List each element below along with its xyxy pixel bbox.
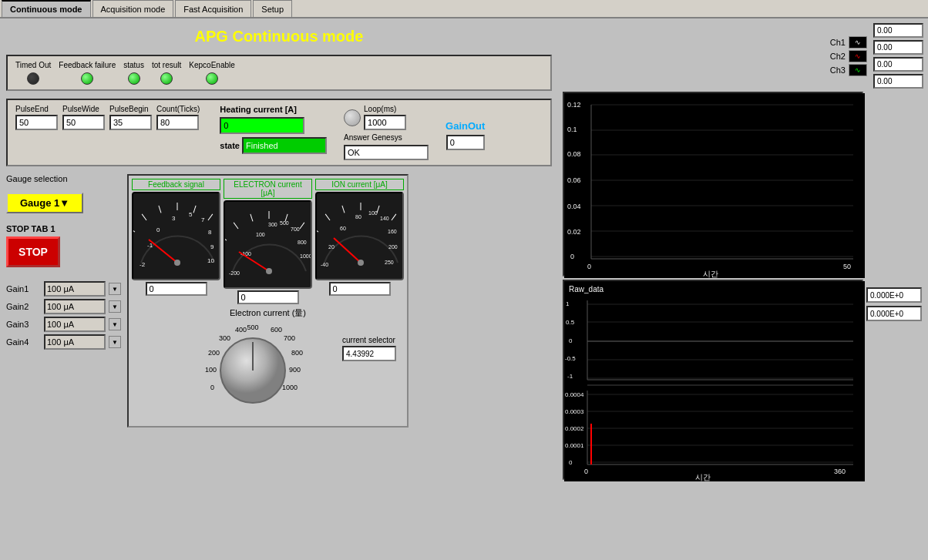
svg-text:1000: 1000 [282, 384, 298, 391]
led-timed-out [27, 72, 39, 85]
tab-fast-acquisition[interactable]: Fast Acquisition [175, 0, 251, 17]
pulse-begin-input[interactable] [109, 115, 152, 130]
gain4-row: Gain4 ▼ [6, 334, 121, 350]
current-selector: current selector [342, 336, 396, 361]
svg-text:0: 0 [569, 337, 573, 344]
current-selector-input[interactable] [342, 346, 396, 361]
state-group: state [220, 137, 327, 154]
svg-text:10: 10 [207, 257, 214, 264]
status-timed-out: Timed Out [15, 61, 51, 85]
svg-text:0.04: 0.04 [567, 203, 581, 210]
svg-text:0.0001: 0.0001 [565, 442, 584, 449]
count-ticks-input[interactable] [156, 115, 199, 130]
right-val-1[interactable] [873, 23, 923, 38]
gain3-input[interactable] [44, 317, 106, 332]
svg-text:1: 1 [566, 300, 570, 307]
pulse-end-input[interactable] [15, 115, 58, 130]
loop-knob[interactable] [344, 109, 361, 126]
feedback-value[interactable] [146, 282, 207, 296]
tab-bar: Continuous mode Acquisition mode Fast Ac… [0, 0, 928, 18]
svg-text:1000: 1000 [300, 253, 312, 259]
right-val-2[interactable] [873, 40, 923, 55]
svg-text:7: 7 [201, 216, 205, 223]
heating-group: Heating current [A] [220, 105, 327, 134]
ch2-row: Ch2 ∿ [830, 50, 867, 62]
gainout-input[interactable] [446, 135, 485, 150]
state-input[interactable] [242, 137, 327, 154]
svg-text:100: 100 [368, 210, 378, 216]
count-ticks-group: Count(Ticks) [156, 105, 200, 160]
svg-text:80: 80 [355, 214, 361, 220]
svg-text:-200: -200 [229, 270, 240, 276]
electron-dial-section: Electron current (量) 500 600 700 800 900… [132, 307, 404, 423]
pulse-wide-input[interactable] [62, 115, 105, 130]
svg-text:0.0002: 0.0002 [565, 425, 584, 432]
svg-text:0: 0 [210, 384, 214, 391]
status-feedback-failure: Feedback failure [59, 61, 116, 85]
gain3-arrow[interactable]: ▼ [109, 318, 121, 330]
gain2-arrow[interactable]: ▼ [109, 300, 121, 313]
ch3-row: Ch3 ∿ [830, 64, 867, 76]
rawdata-chart: Raw_data 1 0.5 0 -0.5 -1 [563, 280, 863, 480]
svg-text:300: 300 [268, 222, 277, 227]
heating-chart-svg: 0.12 0.1 0.08 0.06 0.04 0.02 0 [564, 93, 865, 278]
svg-text:50: 50 [843, 263, 851, 270]
svg-text:100: 100 [256, 232, 265, 237]
stop-section: STOP TAB 1 STOP [6, 224, 121, 267]
rawdata-side-values [866, 280, 922, 321]
svg-text:0.0004: 0.0004 [565, 391, 584, 398]
svg-text:140: 140 [380, 216, 389, 221]
gain4-input[interactable] [44, 334, 106, 350]
meter-ion: ION current [μA] [315, 179, 404, 304]
rawdata-val-2[interactable] [866, 306, 922, 321]
ion-gauge: -40 20 60 80 100 140 160 200 250 [315, 192, 404, 280]
gainout-group: GainOut [446, 120, 485, 160]
answer-group: Answer Genesys [344, 133, 429, 160]
stop-label: STOP TAB 1 [6, 224, 121, 233]
svg-text:20: 20 [328, 244, 335, 250]
svg-line-54 [403, 227, 404, 232]
svg-text:-40: -40 [321, 262, 328, 267]
loop-input[interactable] [364, 115, 406, 130]
right-val-3[interactable] [873, 57, 923, 72]
rawdata-val-1[interactable] [866, 287, 922, 303]
tab-setup[interactable]: Setup [253, 0, 292, 17]
svg-text:0: 0 [569, 459, 573, 466]
svg-text:0: 0 [587, 263, 591, 270]
svg-text:0.02: 0.02 [567, 228, 581, 236]
pulse-wide-group: PulseWide [62, 105, 105, 160]
svg-text:200: 200 [388, 244, 398, 250]
answer-input[interactable] [344, 145, 429, 160]
ch1-row: Ch1 ∿ [830, 36, 867, 49]
stop-button[interactable]: STOP [6, 236, 60, 267]
feedback-gauge: -2 -1 0 3 5 7 8 9 10 [132, 192, 220, 280]
gain4-arrow[interactable]: ▼ [109, 336, 121, 348]
right-val-4[interactable] [873, 74, 923, 89]
svg-text:0: 0 [570, 253, 574, 260]
svg-text:시간: 시간 [695, 473, 711, 481]
svg-text:시간: 시간 [703, 270, 718, 278]
svg-text:300: 300 [219, 334, 230, 342]
heating-current-input[interactable] [220, 117, 304, 134]
ion-value[interactable] [329, 282, 391, 296]
electron-dial-svg: 500 600 700 800 900 1000 400 300 200 100… [191, 320, 345, 421]
svg-text:3: 3 [172, 215, 176, 222]
svg-text:Raw_data: Raw_data [569, 285, 604, 293]
gain1-input[interactable] [44, 281, 106, 297]
ch1-box[interactable]: ∿ [849, 36, 867, 49]
ch2-box[interactable]: ∿ [849, 50, 867, 62]
tab-acquisition[interactable]: Acquisition mode [92, 0, 174, 17]
svg-text:9: 9 [210, 243, 214, 250]
ch3-box[interactable]: ∿ [849, 64, 867, 76]
channel-row: Ch1 ∿ Ch2 ∿ Ch3 ∿ [563, 23, 923, 89]
left-panel: APG Continuous mode Timed Out Feedback f… [0, 18, 558, 560]
gain2-input[interactable] [44, 299, 106, 314]
svg-text:800: 800 [298, 240, 307, 245]
electron-value[interactable] [237, 290, 299, 304]
gain1-arrow[interactable]: ▼ [109, 283, 121, 295]
tab-continuous[interactable]: Continuous mode [2, 0, 91, 17]
rawdata-chart-row: Raw_data 1 0.5 0 -0.5 -1 [563, 280, 923, 480]
gauge-select[interactable]: Gauge 1 ▼ [6, 193, 83, 213]
svg-line-32 [311, 236, 312, 240]
svg-text:160: 160 [388, 229, 397, 234]
